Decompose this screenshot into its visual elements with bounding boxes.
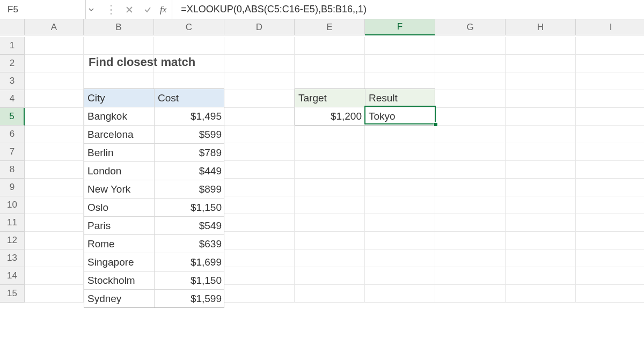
col-city-header[interactable]: City — [84, 89, 155, 107]
cancel-button[interactable] — [123, 4, 135, 16]
cell[interactable] — [295, 72, 365, 90]
cell[interactable] — [365, 214, 435, 232]
cell[interactable] — [295, 179, 365, 196]
cell[interactable] — [295, 196, 365, 214]
cell[interactable] — [576, 55, 644, 72]
cell[interactable] — [435, 55, 506, 72]
col-header-A[interactable]: A — [25, 19, 84, 35]
cell[interactable] — [295, 214, 365, 232]
cell[interactable] — [295, 143, 365, 161]
table-row[interactable]: Berlin$789 — [84, 144, 224, 162]
cell[interactable] — [576, 143, 644, 161]
cell[interactable] — [25, 143, 84, 161]
row-header-1[interactable]: 1 — [0, 37, 25, 55]
cell[interactable] — [295, 232, 365, 249]
cell[interactable] — [25, 249, 84, 267]
cell[interactable] — [365, 232, 435, 249]
cell[interactable] — [576, 161, 644, 179]
cell[interactable] — [224, 55, 295, 72]
col-header-I[interactable]: I — [576, 19, 644, 35]
cell[interactable] — [365, 55, 435, 72]
cell[interactable] — [224, 179, 295, 196]
cell[interactable] — [224, 161, 295, 179]
col-header-B[interactable]: B — [84, 19, 154, 35]
row-header-6[interactable]: 6 — [0, 126, 25, 143]
table-row[interactable]: New York$899 — [84, 180, 224, 199]
cell[interactable] — [154, 72, 224, 90]
row-header-14[interactable]: 14 — [0, 267, 25, 285]
cell[interactable] — [435, 249, 506, 267]
cell[interactable] — [295, 267, 365, 285]
cell[interactable] — [576, 232, 644, 249]
cell[interactable] — [506, 72, 576, 90]
cell[interactable] — [576, 267, 644, 285]
row-header-2[interactable]: 2 — [0, 55, 25, 72]
row-header-8[interactable]: 8 — [0, 161, 25, 179]
cell[interactable] — [506, 143, 576, 161]
cell[interactable] — [224, 108, 295, 126]
cell[interactable] — [576, 214, 644, 232]
row-header-12[interactable]: 12 — [0, 232, 25, 249]
table-row[interactable]: Sydney$1,599 — [84, 290, 224, 307]
cell[interactable] — [576, 90, 644, 108]
table-row[interactable]: Stockholm$1,150 — [84, 271, 224, 290]
cell[interactable] — [224, 232, 295, 249]
col-header-G[interactable]: G — [435, 19, 506, 35]
cell[interactable] — [224, 249, 295, 267]
table-row[interactable]: Rome$639 — [84, 235, 224, 253]
table-row[interactable]: Paris$549 — [84, 217, 224, 235]
cell[interactable] — [435, 285, 506, 303]
row-header-3[interactable]: 3 — [0, 72, 25, 90]
name-box[interactable]: F5 — [0, 0, 86, 19]
col-header-D[interactable]: D — [224, 19, 295, 35]
spreadsheet-grid[interactable]: A B C D E F G H I J 1 2 3 4 5 6 7 8 9 10… — [0, 19, 644, 303]
cell[interactable] — [224, 214, 295, 232]
cell[interactable] — [25, 285, 84, 303]
cell[interactable] — [506, 126, 576, 143]
cell[interactable] — [154, 37, 224, 55]
cell[interactable] — [435, 143, 506, 161]
col-header-C[interactable]: C — [154, 19, 224, 35]
select-all-corner[interactable] — [0, 19, 25, 35]
cell[interactable] — [365, 179, 435, 196]
name-box-dropdown[interactable] — [86, 6, 97, 13]
cell[interactable] — [365, 143, 435, 161]
cell[interactable] — [435, 179, 506, 196]
cell[interactable] — [25, 55, 84, 72]
cell[interactable] — [224, 285, 295, 303]
cell[interactable] — [435, 196, 506, 214]
cell[interactable] — [506, 37, 576, 55]
cell[interactable] — [576, 196, 644, 214]
cell[interactable] — [506, 161, 576, 179]
row-header-11[interactable]: 11 — [0, 214, 25, 232]
cell[interactable] — [365, 126, 435, 143]
table-row[interactable]: Barcelona$599 — [84, 126, 224, 144]
col-result-header[interactable]: Result — [365, 89, 436, 107]
cell[interactable] — [295, 55, 365, 72]
cell[interactable] — [365, 37, 435, 55]
cell[interactable] — [25, 267, 84, 285]
cell[interactable] — [435, 161, 506, 179]
cell[interactable] — [365, 196, 435, 214]
table-row[interactable]: Bangkok$1,495 — [84, 107, 224, 126]
cell[interactable] — [25, 196, 84, 214]
cell[interactable] — [224, 267, 295, 285]
cell[interactable] — [435, 72, 506, 90]
row-header-9[interactable]: 9 — [0, 179, 25, 196]
cell[interactable] — [295, 249, 365, 267]
cell[interactable] — [224, 72, 295, 90]
cell[interactable] — [435, 108, 506, 126]
row-header-7[interactable]: 7 — [0, 143, 25, 161]
cell[interactable] — [506, 267, 576, 285]
cell[interactable] — [84, 37, 154, 55]
cell[interactable] — [25, 232, 84, 249]
cell[interactable] — [25, 90, 84, 108]
cell[interactable] — [506, 232, 576, 249]
cell[interactable] — [576, 179, 644, 196]
cell[interactable] — [435, 37, 506, 55]
cell[interactable] — [506, 108, 576, 126]
cell[interactable] — [224, 143, 295, 161]
cell[interactable] — [576, 108, 644, 126]
table-row[interactable]: $1,200 Tokyo — [295, 107, 435, 125]
col-target-header[interactable]: Target — [295, 89, 365, 107]
